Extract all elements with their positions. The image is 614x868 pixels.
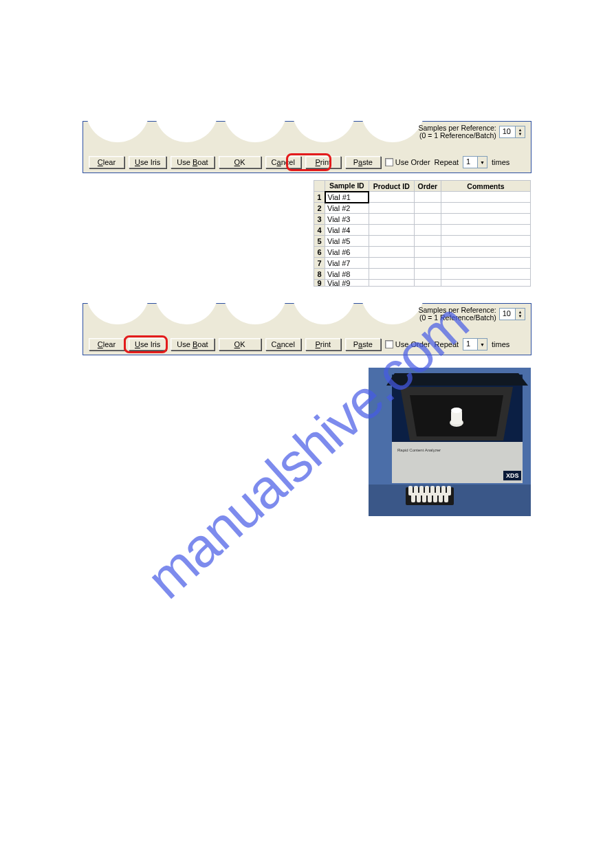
spr-label-2: (0 = 1 Reference/Batch) — [419, 314, 496, 322]
cell-selected: Vial #1 — [325, 192, 369, 203]
ok-button[interactable]: OK — [219, 338, 261, 350]
table-row[interactable]: 6Vial #6 — [314, 247, 531, 258]
table-row[interactable]: 1Vial #1 — [314, 192, 531, 203]
repeat-combo[interactable]: 1 ▼ — [463, 338, 487, 350]
svg-rect-25 — [433, 493, 437, 502]
table-header-row: Sample ID Product ID Order Comments — [314, 181, 531, 192]
spinner-arrows-icon[interactable]: ▲▼ — [515, 126, 525, 137]
table-row[interactable]: 7Vial #7 — [314, 258, 531, 269]
ok-button[interactable]: OK — [219, 156, 261, 168]
table-row[interactable]: 5Vial #5 — [314, 236, 531, 247]
svg-marker-3 — [386, 373, 528, 386]
times-label: times — [492, 340, 509, 348]
print-button[interactable]: Print — [305, 338, 341, 350]
checkbox-icon — [385, 340, 393, 348]
device-photo: Rapid Content Analyzer XDS — [369, 368, 531, 516]
cancel-button[interactable]: Cancel — [265, 338, 301, 350]
use-order-label: Use Order — [395, 158, 430, 166]
button-bar-1: Samples per Reference: (0 = 1 Reference/… — [83, 121, 531, 173]
page-content: Samples per Reference: (0 = 1 Reference/… — [0, 0, 614, 516]
svg-rect-22 — [417, 493, 421, 502]
svg-rect-21 — [411, 493, 415, 502]
button-bar-2: Samples per Reference: (0 = 1 Reference/… — [83, 303, 531, 355]
clear-button[interactable]: Clear — [89, 338, 124, 350]
samples-per-reference: Samples per Reference: (0 = 1 Reference/… — [419, 307, 525, 322]
paste-button[interactable]: Paste — [345, 156, 381, 168]
svg-rect-23 — [422, 493, 426, 502]
spinner-arrows-icon[interactable]: ▲▼ — [515, 309, 525, 320]
paste-button[interactable]: Paste — [345, 338, 381, 350]
spr-value: 10 — [500, 309, 515, 320]
svg-point-9 — [451, 408, 462, 413]
use-iris-button[interactable]: Use Iris — [129, 338, 166, 350]
table-row[interactable]: 4Vial #4 — [314, 225, 531, 236]
clear-button[interactable]: Clear — [89, 156, 124, 168]
use-order-label: Use Order — [395, 340, 430, 348]
print-button[interactable]: Print — [305, 156, 341, 168]
table-row[interactable]: 2Vial #2 — [314, 203, 531, 214]
table-row[interactable]: 9Vial #9 — [314, 280, 531, 287]
use-order-checkbox[interactable]: Use Order — [385, 158, 430, 166]
use-iris-button[interactable]: Use Iris — [129, 156, 166, 168]
dropdown-arrow-icon[interactable]: ▼ — [477, 157, 487, 168]
svg-rect-26 — [439, 493, 443, 502]
dropdown-arrow-icon[interactable]: ▼ — [477, 339, 487, 350]
svg-rect-27 — [444, 493, 448, 502]
repeat-label: Repeat — [435, 158, 459, 166]
table-body: 1Vial #1 2Vial #2 3Vial #3 4Vial #4 5Via… — [314, 192, 531, 287]
use-order-checkbox[interactable]: Use Order — [385, 340, 430, 348]
spr-value: 10 — [500, 126, 515, 137]
spr-spinner[interactable]: 10 ▲▼ — [499, 308, 525, 320]
repeat-combo[interactable]: 1 ▼ — [463, 156, 487, 168]
repeat-value: 1 — [463, 339, 477, 350]
table-row[interactable]: 3Vial #3 — [314, 214, 531, 225]
col-comments[interactable]: Comments — [441, 181, 531, 192]
repeat-label: Repeat — [435, 340, 459, 348]
cancel-button[interactable]: Cancel — [265, 156, 301, 168]
spr-spinner[interactable]: 10 ▲▼ — [499, 126, 525, 138]
device-label-text: Rapid Content Analyzer — [397, 448, 441, 452]
svg-rect-24 — [428, 493, 432, 502]
samples-per-reference: Samples per Reference: (0 = 1 Reference/… — [419, 124, 525, 140]
spr-label-2: (0 = 1 Reference/Batch) — [419, 132, 496, 140]
use-boat-button[interactable]: Use Boat — [171, 338, 214, 350]
col-product-id[interactable]: Product ID — [369, 181, 414, 192]
col-sample-id[interactable]: Sample ID — [325, 181, 369, 192]
table-corner — [314, 181, 325, 192]
repeat-value: 1 — [463, 157, 477, 168]
use-boat-button[interactable]: Use Boat — [171, 156, 214, 168]
times-label: times — [492, 158, 509, 166]
checkbox-icon — [385, 158, 393, 166]
sample-table: Sample ID Product ID Order Comments 1Via… — [314, 180, 531, 287]
table-row[interactable]: 8Vial #8 — [314, 269, 531, 280]
col-order[interactable]: Order — [414, 181, 441, 192]
svg-text:XDS: XDS — [506, 472, 519, 479]
